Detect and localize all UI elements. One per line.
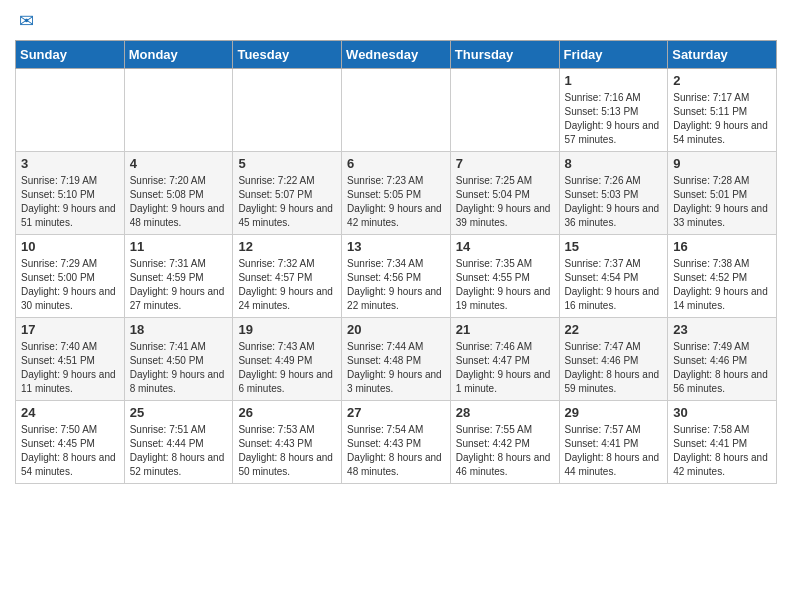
- calendar-cell: 5Sunrise: 7:22 AM Sunset: 5:07 PM Daylig…: [233, 152, 342, 235]
- calendar-cell: 10Sunrise: 7:29 AM Sunset: 5:00 PM Dayli…: [16, 235, 125, 318]
- day-number: 9: [673, 156, 771, 171]
- day-number: 7: [456, 156, 554, 171]
- cell-content: Sunrise: 7:32 AM Sunset: 4:57 PM Dayligh…: [238, 257, 336, 313]
- day-number: 18: [130, 322, 228, 337]
- cell-content: Sunrise: 7:20 AM Sunset: 5:08 PM Dayligh…: [130, 174, 228, 230]
- logo: ✉: [15, 10, 34, 32]
- day-number: 1: [565, 73, 663, 88]
- calendar-cell: 7Sunrise: 7:25 AM Sunset: 5:04 PM Daylig…: [450, 152, 559, 235]
- col-header-wednesday: Wednesday: [342, 41, 451, 69]
- calendar-cell: 18Sunrise: 7:41 AM Sunset: 4:50 PM Dayli…: [124, 318, 233, 401]
- day-number: 17: [21, 322, 119, 337]
- day-number: 5: [238, 156, 336, 171]
- day-number: 27: [347, 405, 445, 420]
- cell-content: Sunrise: 7:46 AM Sunset: 4:47 PM Dayligh…: [456, 340, 554, 396]
- day-number: 2: [673, 73, 771, 88]
- day-number: 3: [21, 156, 119, 171]
- cell-content: Sunrise: 7:47 AM Sunset: 4:46 PM Dayligh…: [565, 340, 663, 396]
- day-number: 21: [456, 322, 554, 337]
- cell-content: Sunrise: 7:40 AM Sunset: 4:51 PM Dayligh…: [21, 340, 119, 396]
- calendar-cell: 8Sunrise: 7:26 AM Sunset: 5:03 PM Daylig…: [559, 152, 668, 235]
- cell-content: Sunrise: 7:28 AM Sunset: 5:01 PM Dayligh…: [673, 174, 771, 230]
- calendar-cell: 26Sunrise: 7:53 AM Sunset: 4:43 PM Dayli…: [233, 401, 342, 484]
- calendar-cell: 20Sunrise: 7:44 AM Sunset: 4:48 PM Dayli…: [342, 318, 451, 401]
- day-number: 15: [565, 239, 663, 254]
- calendar-cell: 23Sunrise: 7:49 AM Sunset: 4:46 PM Dayli…: [668, 318, 777, 401]
- day-number: 16: [673, 239, 771, 254]
- calendar-cell: 28Sunrise: 7:55 AM Sunset: 4:42 PM Dayli…: [450, 401, 559, 484]
- day-number: 30: [673, 405, 771, 420]
- cell-content: Sunrise: 7:26 AM Sunset: 5:03 PM Dayligh…: [565, 174, 663, 230]
- day-number: 14: [456, 239, 554, 254]
- cell-content: Sunrise: 7:29 AM Sunset: 5:00 PM Dayligh…: [21, 257, 119, 313]
- cell-content: Sunrise: 7:23 AM Sunset: 5:05 PM Dayligh…: [347, 174, 445, 230]
- day-number: 29: [565, 405, 663, 420]
- cell-content: Sunrise: 7:37 AM Sunset: 4:54 PM Dayligh…: [565, 257, 663, 313]
- cell-content: Sunrise: 7:22 AM Sunset: 5:07 PM Dayligh…: [238, 174, 336, 230]
- calendar-cell: 14Sunrise: 7:35 AM Sunset: 4:55 PM Dayli…: [450, 235, 559, 318]
- cell-content: Sunrise: 7:44 AM Sunset: 4:48 PM Dayligh…: [347, 340, 445, 396]
- cell-content: Sunrise: 7:34 AM Sunset: 4:56 PM Dayligh…: [347, 257, 445, 313]
- logo-bird-icon: ✉: [19, 10, 34, 32]
- day-number: 6: [347, 156, 445, 171]
- cell-content: Sunrise: 7:35 AM Sunset: 4:55 PM Dayligh…: [456, 257, 554, 313]
- col-header-saturday: Saturday: [668, 41, 777, 69]
- day-number: 4: [130, 156, 228, 171]
- calendar-cell: [342, 69, 451, 152]
- calendar-cell: 27Sunrise: 7:54 AM Sunset: 4:43 PM Dayli…: [342, 401, 451, 484]
- calendar-cell: 11Sunrise: 7:31 AM Sunset: 4:59 PM Dayli…: [124, 235, 233, 318]
- day-number: 22: [565, 322, 663, 337]
- day-number: 12: [238, 239, 336, 254]
- cell-content: Sunrise: 7:58 AM Sunset: 4:41 PM Dayligh…: [673, 423, 771, 479]
- calendar-cell: [16, 69, 125, 152]
- cell-content: Sunrise: 7:57 AM Sunset: 4:41 PM Dayligh…: [565, 423, 663, 479]
- calendar-cell: [233, 69, 342, 152]
- day-number: 19: [238, 322, 336, 337]
- calendar-cell: 6Sunrise: 7:23 AM Sunset: 5:05 PM Daylig…: [342, 152, 451, 235]
- header: ✉: [15, 10, 777, 32]
- calendar-cell: 21Sunrise: 7:46 AM Sunset: 4:47 PM Dayli…: [450, 318, 559, 401]
- calendar-cell: 2Sunrise: 7:17 AM Sunset: 5:11 PM Daylig…: [668, 69, 777, 152]
- calendar-cell: 17Sunrise: 7:40 AM Sunset: 4:51 PM Dayli…: [16, 318, 125, 401]
- cell-content: Sunrise: 7:55 AM Sunset: 4:42 PM Dayligh…: [456, 423, 554, 479]
- calendar-cell: 3Sunrise: 7:19 AM Sunset: 5:10 PM Daylig…: [16, 152, 125, 235]
- col-header-tuesday: Tuesday: [233, 41, 342, 69]
- col-header-sunday: Sunday: [16, 41, 125, 69]
- calendar-cell: 15Sunrise: 7:37 AM Sunset: 4:54 PM Dayli…: [559, 235, 668, 318]
- day-number: 13: [347, 239, 445, 254]
- calendar-cell: 12Sunrise: 7:32 AM Sunset: 4:57 PM Dayli…: [233, 235, 342, 318]
- calendar-cell: 13Sunrise: 7:34 AM Sunset: 4:56 PM Dayli…: [342, 235, 451, 318]
- day-number: 25: [130, 405, 228, 420]
- cell-content: Sunrise: 7:19 AM Sunset: 5:10 PM Dayligh…: [21, 174, 119, 230]
- calendar-cell: 4Sunrise: 7:20 AM Sunset: 5:08 PM Daylig…: [124, 152, 233, 235]
- calendar-table: SundayMondayTuesdayWednesdayThursdayFrid…: [15, 40, 777, 484]
- day-number: 24: [21, 405, 119, 420]
- cell-content: Sunrise: 7:53 AM Sunset: 4:43 PM Dayligh…: [238, 423, 336, 479]
- calendar-cell: 30Sunrise: 7:58 AM Sunset: 4:41 PM Dayli…: [668, 401, 777, 484]
- day-number: 8: [565, 156, 663, 171]
- cell-content: Sunrise: 7:31 AM Sunset: 4:59 PM Dayligh…: [130, 257, 228, 313]
- cell-content: Sunrise: 7:49 AM Sunset: 4:46 PM Dayligh…: [673, 340, 771, 396]
- calendar-cell: [450, 69, 559, 152]
- day-number: 11: [130, 239, 228, 254]
- day-number: 28: [456, 405, 554, 420]
- cell-content: Sunrise: 7:54 AM Sunset: 4:43 PM Dayligh…: [347, 423, 445, 479]
- day-number: 23: [673, 322, 771, 337]
- cell-content: Sunrise: 7:25 AM Sunset: 5:04 PM Dayligh…: [456, 174, 554, 230]
- calendar-cell: 29Sunrise: 7:57 AM Sunset: 4:41 PM Dayli…: [559, 401, 668, 484]
- calendar-cell: 22Sunrise: 7:47 AM Sunset: 4:46 PM Dayli…: [559, 318, 668, 401]
- cell-content: Sunrise: 7:50 AM Sunset: 4:45 PM Dayligh…: [21, 423, 119, 479]
- cell-content: Sunrise: 7:51 AM Sunset: 4:44 PM Dayligh…: [130, 423, 228, 479]
- cell-content: Sunrise: 7:38 AM Sunset: 4:52 PM Dayligh…: [673, 257, 771, 313]
- day-number: 26: [238, 405, 336, 420]
- day-number: 20: [347, 322, 445, 337]
- col-header-monday: Monday: [124, 41, 233, 69]
- day-number: 10: [21, 239, 119, 254]
- col-header-thursday: Thursday: [450, 41, 559, 69]
- page-container: ✉ SundayMondayTuesdayWednesdayThursdayFr…: [0, 0, 792, 494]
- col-header-friday: Friday: [559, 41, 668, 69]
- cell-content: Sunrise: 7:43 AM Sunset: 4:49 PM Dayligh…: [238, 340, 336, 396]
- calendar-cell: 25Sunrise: 7:51 AM Sunset: 4:44 PM Dayli…: [124, 401, 233, 484]
- calendar-cell: 1Sunrise: 7:16 AM Sunset: 5:13 PM Daylig…: [559, 69, 668, 152]
- calendar-cell: [124, 69, 233, 152]
